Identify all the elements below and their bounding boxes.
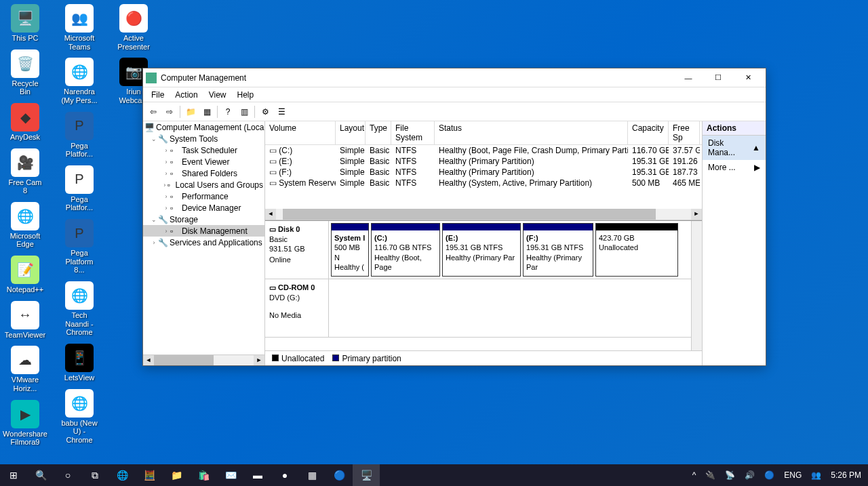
volume-hscrollbar[interactable]: ◄► [265, 209, 702, 220]
clock[interactable]: 5:26 PM [828, 470, 864, 480]
start-button[interactable]: ⊞ [0, 464, 27, 486]
volume-list[interactable]: VolumeLayoutTypeFile SystemStatusCapacit… [265, 121, 702, 220]
tray-icon[interactable]: 👥 [808, 470, 824, 480]
search-icon[interactable]: 🔍 [27, 464, 54, 486]
disk-graphical-view[interactable]: ▭ Disk 0Basic931.51 GBOnline System I500… [265, 220, 702, 350]
tree-group[interactable]: ›🔧Services and Applications [143, 237, 264, 248]
taskview-icon[interactable]: ⧉ [81, 464, 108, 486]
legend-item: Unallocated [272, 354, 324, 363]
app3-icon[interactable]: ▦ [298, 464, 326, 486]
desktop-icon[interactable]: 🌐babu (New U) - Chrome [58, 388, 100, 446]
tree-item[interactable]: ›▫Event Viewer [143, 156, 264, 167]
store-icon[interactable]: 🛍️ [190, 464, 217, 486]
column-header[interactable]: Status [435, 121, 628, 144]
system-tray[interactable]: ^🔌📡🔊🔵ENG👥5:26 PM [686, 470, 868, 480]
tree-group[interactable]: ⌄🔧Storage [143, 214, 264, 225]
edge-icon[interactable]: 🌐 [108, 464, 136, 486]
menu-action[interactable]: Action [170, 89, 203, 101]
desktop-icon[interactable]: 🖥️This PC [4, 3, 46, 44]
desktop-icon[interactable]: 👥Microsoft Teams [58, 3, 100, 52]
desktop-icon[interactable]: 🗑️Recycle Bin [4, 48, 46, 98]
tree-item[interactable]: ›▫Disk Management [143, 225, 264, 237]
tray-icon[interactable]: ^ [690, 470, 699, 480]
menu-help[interactable]: Help [232, 89, 260, 101]
desktop-icon[interactable]: 🎥Free Cam 8 [4, 147, 46, 197]
desktop-icon[interactable]: ☁VMware Horiz... [4, 344, 46, 394]
tray-icon[interactable]: 📡 [722, 470, 738, 480]
app2-icon[interactable]: ● [271, 464, 298, 486]
tray-icon[interactable]: 🔵 [762, 470, 777, 480]
tree-hscrollbar[interactable]: ◄► [143, 355, 264, 365]
column-header[interactable]: Free Sp [669, 121, 700, 144]
settings-icon[interactable]: ⚙ [258, 104, 273, 119]
tree-item[interactable]: ›▫Task Scheduler [143, 144, 264, 156]
volume-row[interactable]: ▭ (C:)SimpleBasic NTFSHealthy (Boot, Pag… [265, 145, 702, 156]
partition[interactable]: 423.70 GBUnallocated [595, 223, 678, 277]
desktop-icon[interactable]: 🌐Tech Naandi - Chrome [58, 280, 100, 338]
actions-header: Actions [703, 121, 766, 136]
desktop-icon[interactable]: ↔TeamViewer [4, 300, 46, 341]
maximize-button[interactable]: ☐ [703, 69, 733, 87]
toolbar: ⇦ ⇨ 📁 ▦ ? ▥ ⚙ ☰ [143, 102, 766, 121]
actions-item[interactable]: Disk Mana...▲ [703, 136, 766, 160]
column-header[interactable]: Layout [336, 121, 366, 144]
tray-icon[interactable]: ENG [781, 470, 804, 480]
navigation-tree[interactable]: 🖥️Computer Management (Local⌄🔧System Too… [143, 121, 265, 365]
minimize-button[interactable]: — [673, 69, 703, 87]
desktop-icon[interactable]: PPega Platfor... [58, 164, 100, 214]
desktop-icon[interactable]: 🌐Microsoft Edge [4, 201, 46, 250]
volume-row[interactable]: ▭ System ReservedSimpleBasic NTFSHealthy… [265, 178, 702, 188]
tray-icon[interactable]: 🔌 [703, 470, 718, 480]
disk-vscrollbar[interactable] [691, 221, 702, 350]
column-header[interactable]: Type [366, 121, 391, 144]
menu-view[interactable]: View [203, 89, 232, 101]
tree-item[interactable]: ›▫Shared Folders [143, 167, 264, 179]
desktop-icon[interactable]: 🌐Narendra (My Pers... [58, 56, 100, 106]
disk-row[interactable]: ▭ Disk 0Basic931.51 GBOnline System I500… [265, 221, 691, 279]
titlebar[interactable]: Computer Management — ☐ ✕ [143, 68, 766, 87]
desktop-icon[interactable]: ◆AnyDesk [4, 102, 46, 143]
view-icon[interactable]: ▦ [199, 104, 214, 119]
explorer-icon[interactable]: 📁 [163, 464, 190, 486]
close-button[interactable]: ✕ [733, 69, 763, 87]
compmgmt-icon[interactable]: 🖥️ [353, 464, 380, 486]
tree-item[interactable]: ›▫Device Manager [143, 202, 264, 214]
tree-item[interactable]: ›▫Performance [143, 190, 264, 202]
computer-management-window: Computer Management — ☐ ✕ File Action Vi… [142, 68, 766, 366]
disk-row[interactable]: ▭ CD-ROM 0DVD (G:)No Media [265, 279, 691, 338]
actions-pane: Actions Disk Mana...▲More ...▶ [702, 121, 766, 365]
cortana-icon[interactable]: ○ [54, 464, 81, 486]
taskbar[interactable]: ⊞ 🔍 ○ ⧉ 🌐 🧮 📁 🛍️ ✉️ ▬ ● ▦ 🔵 🖥️ ^🔌📡🔊🔵ENG👥… [0, 464, 868, 486]
tree-item[interactable]: ›▫Local Users and Groups [143, 179, 264, 190]
refresh-icon[interactable]: ▥ [237, 104, 252, 119]
help-icon[interactable]: ? [220, 104, 235, 119]
desktop-icon[interactable]: PPega Platfor... [58, 110, 100, 160]
up-icon[interactable]: 📁 [183, 104, 198, 119]
forward-icon[interactable]: ⇨ [162, 104, 177, 119]
partition[interactable]: System I500 MB NHealthy ( [331, 223, 369, 277]
chrome-icon[interactable]: 🔵 [326, 464, 353, 486]
partition[interactable]: (C:)116.70 GB NTFSHealthy (Boot, Page [371, 223, 440, 277]
partition[interactable]: (E:)195.31 GB NTFSHealthy (Primary Par [442, 223, 521, 277]
tree-group[interactable]: ⌄🔧System Tools [143, 133, 264, 144]
partition[interactable]: (F:)195.31 GB NTFSHealthy (Primary Par [523, 223, 593, 277]
desktop-icon[interactable]: ▶Wondershare Filmora9 [4, 399, 46, 448]
volume-row[interactable]: ▭ (F:)SimpleBasic NTFSHealthy (Primary P… [265, 167, 702, 178]
desktop-icon[interactable]: 🔴Active Presenter [113, 3, 155, 52]
list-icon[interactable]: ☰ [274, 104, 289, 119]
tree-root[interactable]: 🖥️Computer Management (Local [143, 121, 264, 133]
column-header[interactable]: File System [391, 121, 435, 144]
back-icon[interactable]: ⇦ [146, 104, 161, 119]
mail-icon[interactable]: ✉️ [217, 464, 244, 486]
calc-icon[interactable]: 🧮 [136, 464, 163, 486]
app1-icon[interactable]: ▬ [244, 464, 271, 486]
actions-item[interactable]: More ...▶ [703, 160, 766, 175]
column-header[interactable]: Capacity [628, 121, 669, 144]
column-header[interactable]: Volume [265, 121, 336, 144]
desktop-icon[interactable]: 📝Notepad++ [4, 254, 46, 296]
desktop-icon[interactable]: PPega Platform 8... [58, 218, 100, 276]
desktop-icon[interactable]: 📱LetsView [58, 342, 100, 384]
tray-icon[interactable]: 🔊 [742, 470, 757, 480]
menu-file[interactable]: File [146, 89, 170, 101]
volume-row[interactable]: ▭ (E:)SimpleBasic NTFSHealthy (Primary P… [265, 156, 702, 167]
